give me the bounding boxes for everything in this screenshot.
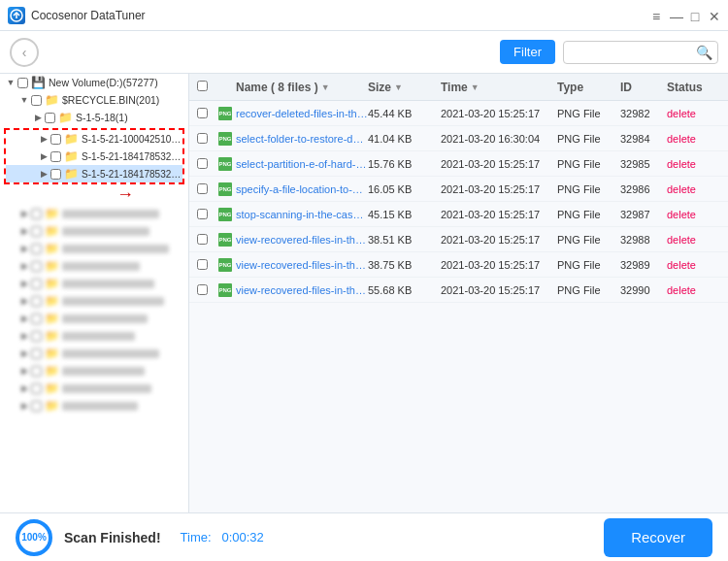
file-type-icon: PNG [218, 258, 236, 272]
header-type-label: Type [557, 81, 583, 94]
tree-node-s1841b[interactable]: ▶ 📁 S-1-5-21-1841785323-67275 [6, 165, 182, 182]
tree-node-s1000[interactable]: ▶ 📁 S-1-5-21-1000425102-30124 [6, 130, 182, 148]
table-row[interactable]: PNG recover-deleted-files-in-the-case-3.… [189, 101, 728, 126]
menu-button[interactable]: ≡ [650, 10, 662, 21]
file-panel: Name ( 8 files ) ▼ Size ▼ Time ▼ Type ID… [189, 74, 728, 512]
header-name[interactable]: Name ( 8 files ) ▼ [236, 81, 368, 94]
tree-panel: ▼ 💾 New Volume(D:)(57277) ▼ 📁 $RECYCLE.B… [0, 74, 189, 512]
cell-type: PNG File [557, 133, 620, 145]
cell-size: 38.51 KB [368, 234, 441, 246]
cell-size: 41.04 KB [368, 133, 441, 145]
tree-node-blurred9[interactable]: ▶ 📁 [0, 345, 188, 362]
row-checkbox[interactable] [197, 108, 218, 118]
cell-time: 2021-03-20 15:25:17 [441, 259, 557, 271]
cell-id: 32982 [620, 108, 667, 119]
checkbox-s1000[interactable] [50, 134, 64, 145]
cell-status: delete [667, 234, 720, 246]
row-checkbox[interactable] [197, 284, 218, 295]
tree-node-blurred8[interactable]: ▶ 📁 [0, 327, 188, 345]
cell-size: 38.75 KB [368, 259, 441, 271]
tree-node-drive[interactable]: ▼ 💾 New Volume(D:)(57277) [0, 74, 188, 91]
cell-filename: specify-a-file-location-to-scan.png [236, 183, 368, 195]
tree-node-blurred7[interactable]: ▶ 📁 [0, 310, 188, 327]
file-type-icon: PNG [218, 208, 236, 221]
checkbox-s1841a[interactable] [50, 151, 64, 162]
folder-icon: 📁 [64, 132, 80, 146]
table-row[interactable]: PNG select-partition-e-of-hard-drive-to-… [189, 151, 728, 177]
row-checkbox[interactable] [197, 209, 218, 219]
header-status: Status [667, 81, 720, 94]
tree-node-blurred5[interactable]: ▶ 📁 [0, 275, 188, 292]
table-row[interactable]: PNG view-recovered-files-in-the-case-1.p… [189, 227, 728, 252]
cell-size: 45.44 KB [368, 108, 441, 119]
header-type[interactable]: Type [557, 81, 620, 94]
cell-status: delete [667, 284, 720, 296]
tree-node-blurred4[interactable]: ▶ 📁 [0, 257, 188, 275]
sort-arrow-size: ▼ [394, 82, 403, 92]
tree-label-s1841b: S-1-5-21-1841785323-67275 [82, 169, 182, 180]
header-id[interactable]: ID [620, 81, 667, 94]
header-size[interactable]: Size ▼ [368, 81, 441, 94]
checkbox-recycle[interactable] [31, 95, 45, 106]
table-row[interactable]: PNG select-folder-to-restore-deleted-fil… [189, 126, 728, 151]
checkbox-drive[interactable] [17, 78, 31, 88]
arrow-indicator: → [0, 184, 188, 205]
cell-id: 32989 [620, 259, 667, 271]
app-icon [8, 7, 25, 24]
png-icon: PNG [218, 107, 232, 120]
png-icon: PNG [218, 258, 232, 272]
main-content: ▼ 💾 New Volume(D:)(57277) ▼ 📁 $RECYCLE.B… [0, 74, 728, 512]
filter-button[interactable]: Filter [500, 40, 555, 64]
row-checkbox[interactable] [197, 259, 218, 270]
cell-size: 45.15 KB [368, 209, 441, 220]
table-row[interactable]: PNG view-recovered-files-in-the-case-3.p… [189, 278, 728, 303]
app-title: Cocosenor DataTuner [31, 9, 146, 22]
minimize-button[interactable]: — [670, 10, 681, 21]
row-checkbox[interactable] [197, 183, 218, 194]
checkbox-s18[interactable] [45, 113, 58, 123]
table-row[interactable]: PNG stop-scanning-in-the-case-3.png 45.1… [189, 202, 728, 227]
tree-node-blurred1[interactable]: ▶ 📁 [0, 205, 188, 222]
tree-node-blurred3[interactable]: ▶ 📁 [0, 240, 188, 257]
tree-node-blurred6[interactable]: ▶ 📁 [0, 292, 188, 310]
row-checkbox[interactable] [197, 234, 218, 245]
cell-time: 2021-03-20 15:25:17 [441, 209, 557, 220]
right-arrow-icon: → [116, 184, 134, 204]
file-list: PNG recover-deleted-files-in-the-case-3.… [189, 101, 728, 512]
header-size-label: Size [368, 81, 391, 94]
png-icon: PNG [218, 182, 232, 196]
back-button[interactable]: ‹ [10, 38, 39, 67]
cell-filename: recover-deleted-files-in-the-case-3.png [236, 108, 368, 119]
header-id-label: ID [620, 81, 632, 94]
header-time[interactable]: Time ▼ [441, 81, 557, 94]
close-button[interactable]: ✕ [709, 10, 720, 21]
tree-node-blurred11[interactable]: ▶ 📁 [0, 380, 188, 397]
row-checkbox[interactable] [197, 133, 218, 144]
table-row[interactable]: PNG specify-a-file-location-to-scan.png … [189, 177, 728, 202]
cell-status: delete [667, 259, 720, 271]
titlebar-left: Cocosenor DataTuner [8, 7, 146, 24]
png-icon: PNG [218, 233, 232, 247]
file-type-icon: PNG [218, 107, 236, 120]
header-check[interactable] [197, 81, 218, 94]
cell-filename: select-partition-e-of-hard-drive-to-scan… [236, 158, 368, 170]
toggle-icon: ▶ [37, 169, 50, 179]
tree-node-blurred12[interactable]: ▶ 📁 [0, 397, 188, 414]
checkbox-s1841b[interactable] [50, 169, 64, 180]
cell-id: 32986 [620, 183, 667, 195]
folder-icon: 📁 [64, 149, 80, 163]
table-row[interactable]: PNG view-recovered-files-in-the-case-2.p… [189, 252, 728, 278]
maximize-button[interactable]: □ [689, 10, 701, 21]
row-checkbox[interactable] [197, 158, 218, 169]
cell-id: 32988 [620, 234, 667, 246]
tree-node-s18[interactable]: ▶ 📁 S-1-5-18(1) [0, 109, 188, 126]
tree-node-s1841a[interactable]: ▶ 📁 S-1-5-21-1841785323-67275 [6, 148, 182, 165]
cell-type: PNG File [557, 259, 620, 271]
cell-filename: stop-scanning-in-the-case-3.png [236, 209, 368, 220]
search-input[interactable] [570, 46, 696, 59]
search-icon[interactable]: 🔍 [696, 45, 712, 60]
recover-button[interactable]: Recover [604, 518, 712, 557]
tree-node-blurred10[interactable]: ▶ 📁 [0, 362, 188, 380]
tree-node-recycle[interactable]: ▼ 📁 $RECYCLE.BIN(201) [0, 91, 188, 109]
tree-node-blurred2[interactable]: ▶ 📁 [0, 222, 188, 240]
